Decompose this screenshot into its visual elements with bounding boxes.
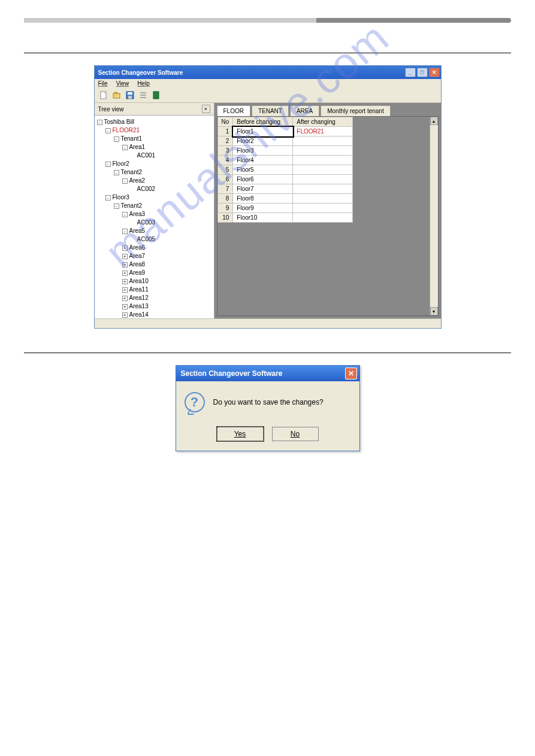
expander-icon[interactable]: +	[122, 245, 128, 251]
tab-monthly[interactable]: Monthly report tenant	[321, 105, 391, 116]
tab-floor[interactable]: FLOOR	[217, 105, 250, 116]
cell-before[interactable]: Floor1	[233, 127, 293, 136]
tree-item[interactable]: +Area12	[122, 294, 213, 302]
tree-item[interactable]: -Area3AC003	[122, 210, 213, 227]
cell-after[interactable]	[293, 184, 353, 194]
table-row[interactable]: 3Floor3	[217, 146, 353, 156]
table-row[interactable]: 4Floor4	[217, 156, 353, 165]
tree-item[interactable]: -Floor2-Tenant2-Area2AC002	[105, 160, 213, 193]
titlebar[interactable]: Section Changeover Software _ □ ✕	[95, 66, 441, 79]
tree-item[interactable]: -Floor3-Tenant2-Area3AC003-Area5AC005+Ar…	[105, 193, 213, 318]
tab-tenant[interactable]: TENANT	[252, 105, 289, 116]
tree-item[interactable]: -FLOOR21-Tenant1-Area1AC001	[105, 126, 213, 160]
table-row[interactable]: 10Floor10	[217, 213, 353, 223]
tree-root-item[interactable]: -Toshiba Bill-FLOOR21-Tenant1-Area1AC001…	[97, 118, 213, 318]
expander-icon[interactable]: -	[114, 204, 119, 209]
tab-area[interactable]: AREA	[290, 105, 319, 116]
menu-view[interactable]: View	[116, 80, 129, 87]
col-after[interactable]: After changing	[293, 117, 353, 127]
tree-item[interactable]: -Area5AC005	[122, 227, 213, 244]
expander-icon[interactable]: +	[122, 271, 128, 276]
yes-button[interactable]: Yes	[217, 427, 264, 441]
expander-icon[interactable]: -	[122, 178, 128, 184]
tree-item[interactable]: -Tenant1-Area1AC001	[114, 135, 213, 160]
open-icon[interactable]	[111, 90, 122, 101]
tree-item[interactable]: +Area11	[122, 286, 213, 294]
tree-item[interactable]: AC002	[131, 185, 213, 193]
col-before[interactable]: Before changing	[233, 117, 293, 127]
tree-item[interactable]: -Tenant2-Area2AC002	[114, 168, 213, 193]
dialog-titlebar[interactable]: Section Changeover Software ✕	[176, 366, 359, 381]
expander-icon[interactable]: +	[122, 279, 128, 284]
cell-before[interactable]: Floor8	[233, 194, 293, 204]
maximize-button[interactable]: □	[417, 68, 428, 77]
tree-item[interactable]: +Area9	[122, 269, 213, 277]
cell-after[interactable]	[293, 175, 353, 184]
expander-icon[interactable]: +	[122, 262, 128, 268]
tree-item[interactable]: -Area2AC002	[122, 177, 213, 193]
cell-after[interactable]	[293, 194, 353, 204]
cell-after[interactable]	[293, 204, 353, 213]
close-button[interactable]: ✕	[429, 68, 440, 77]
tree-item[interactable]: +Area6	[122, 244, 213, 252]
expander-icon[interactable]: -	[122, 212, 128, 217]
expander-icon[interactable]: -	[105, 195, 111, 201]
new-icon[interactable]	[98, 90, 109, 101]
expander-icon[interactable]: +	[122, 304, 128, 309]
cell-after[interactable]	[293, 136, 353, 146]
vertical-scrollbar[interactable]: ▲ ▼	[430, 117, 438, 315]
cell-before[interactable]: Floor10	[233, 213, 293, 223]
table-row[interactable]: 1Floor1FLOOR21	[217, 127, 353, 136]
tree-item[interactable]: +Area8	[122, 260, 213, 269]
table-row[interactable]: 2Floor2	[217, 136, 353, 146]
expander-icon[interactable]: -	[114, 170, 119, 175]
floor-grid[interactable]: No Before changing After changing 1Floor…	[217, 117, 353, 223]
cell-after[interactable]	[293, 146, 353, 156]
menu-file[interactable]: File	[98, 80, 108, 87]
cell-before[interactable]: Floor5	[233, 165, 293, 175]
expander-icon[interactable]: -	[122, 229, 128, 234]
tree-item[interactable]: +Area13	[122, 302, 213, 311]
exit-icon[interactable]	[151, 90, 162, 101]
cell-before[interactable]: Floor9	[233, 204, 293, 213]
tree-item[interactable]: +Area7	[122, 252, 213, 260]
cell-after[interactable]	[293, 213, 353, 223]
cell-before[interactable]: Floor3	[233, 146, 293, 156]
cell-before[interactable]: Floor7	[233, 184, 293, 194]
dialog-close-icon[interactable]: ✕	[345, 368, 357, 379]
expander-icon[interactable]: -	[122, 145, 128, 150]
tree-item[interactable]: +Area10	[122, 277, 213, 286]
scroll-down-icon[interactable]: ▼	[430, 307, 438, 315]
tree-item[interactable]: +Area14	[122, 311, 213, 318]
tree-body[interactable]: -Toshiba Bill-FLOOR21-Tenant1-Area1AC001…	[95, 116, 214, 318]
tree-item[interactable]: AC001	[131, 151, 213, 160]
expander-icon[interactable]: -	[105, 162, 111, 167]
tree-close-icon[interactable]: ×	[202, 105, 210, 113]
col-no[interactable]: No	[217, 117, 233, 127]
menu-help[interactable]: Help	[137, 80, 150, 87]
save-icon[interactable]	[125, 90, 135, 101]
cell-before[interactable]: Floor2	[233, 136, 293, 146]
cell-before[interactable]: Floor6	[233, 175, 293, 184]
expander-icon[interactable]: +	[122, 287, 128, 293]
tree-item[interactable]: -Tenant2-Area3AC003-Area5AC005+Area6+Are…	[114, 202, 213, 318]
expander-icon[interactable]: -	[97, 120, 102, 125]
minimize-button[interactable]: _	[405, 68, 416, 77]
table-row[interactable]: 5Floor5	[217, 165, 353, 175]
cell-after[interactable]	[293, 156, 353, 165]
tree-item[interactable]: -Area1AC001	[122, 143, 213, 160]
list-icon[interactable]	[138, 90, 149, 101]
no-button[interactable]: No	[272, 427, 319, 441]
cell-after[interactable]	[293, 165, 353, 175]
expander-icon[interactable]: +	[122, 254, 128, 259]
table-row[interactable]: 6Floor6	[217, 175, 353, 184]
cell-after[interactable]: FLOOR21	[293, 127, 353, 136]
cell-before[interactable]: Floor4	[233, 156, 293, 165]
table-row[interactable]: 8Floor8	[217, 194, 353, 204]
scroll-up-icon[interactable]: ▲	[430, 117, 438, 125]
expander-icon[interactable]: +	[122, 296, 128, 301]
tree-item[interactable]: AC005	[131, 235, 213, 244]
table-row[interactable]: 7Floor7	[217, 184, 353, 194]
expander-icon[interactable]: -	[114, 136, 119, 142]
expander-icon[interactable]: -	[105, 128, 111, 133]
